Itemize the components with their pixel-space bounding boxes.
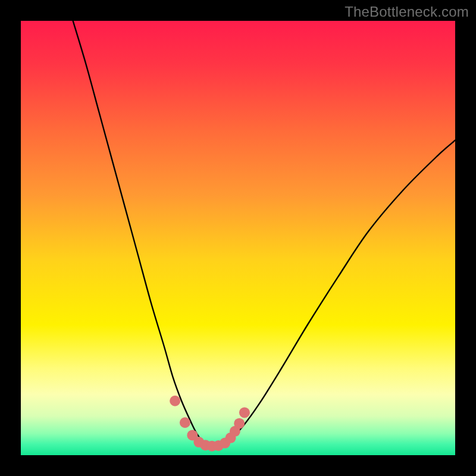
- valley-dot: [180, 417, 190, 428]
- valley-dot: [239, 407, 250, 418]
- valley-dot: [234, 418, 245, 429]
- chart-frame: TheBottleneck.com: [0, 0, 476, 476]
- bottleneck-chart: [21, 21, 455, 455]
- attribution-text: TheBottleneck.com: [345, 4, 469, 20]
- gradient-background: [21, 21, 455, 455]
- valley-dot: [170, 396, 180, 406]
- plot-area: [21, 21, 455, 455]
